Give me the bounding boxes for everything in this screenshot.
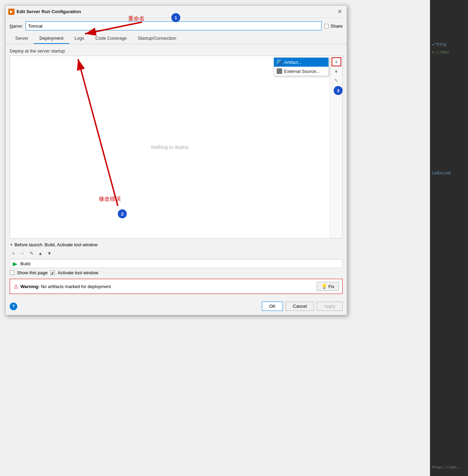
share-area: Share	[324, 23, 343, 29]
deploy-sidebar: + Artifact... External Source... ▼	[330, 56, 342, 238]
external-source-menu-item[interactable]: External Source...	[274, 67, 328, 76]
badge-2: 2	[118, 209, 127, 218]
show-page-row: Show this page ✓ Activate tool window	[10, 270, 343, 275]
bg-code-line1: ="http	[430, 0, 468, 48]
deploy-at-startup-label: Deploy at the server startup	[10, 48, 343, 54]
fix-error-annotation: 修改错误	[99, 196, 121, 203]
warning-strong: Warning:	[20, 284, 40, 289]
show-page-checkbox[interactable]	[10, 270, 14, 275]
bg-url: https://conn...	[430, 465, 468, 469]
deploy-panel: Nothing to deploy + Artifact... Externa	[10, 56, 343, 239]
bottom-row: ? OK Cancel Apply	[6, 298, 347, 315]
warning-bar: ⚠ Warning: No artifacts marked for deplo…	[10, 279, 343, 294]
launch-down-button[interactable]: ▼	[46, 249, 53, 257]
add-button-container: + Artifact... External Source...	[332, 57, 341, 66]
edit-server-dialog: ▶ Edit Server Run Configuration ✕ Name: …	[5, 5, 347, 315]
build-icon	[13, 261, 18, 266]
nothing-to-deploy-text: Nothing to deploy	[151, 144, 189, 150]
launch-toolbar: + − ✎ ▲ ▼	[10, 249, 343, 257]
deploy-main-area: Nothing to deploy	[10, 56, 330, 238]
warning-left: ⚠ Warning: No artifacts marked for deplo…	[13, 283, 111, 290]
artifact-icon	[277, 59, 282, 65]
warning-message: No artifacts marked for deployment	[41, 284, 111, 289]
main-content: Deploy at the server startup Nothing to …	[6, 44, 347, 298]
tabs-container: Server Deployment Logs Code Coverage Sta…	[6, 33, 347, 44]
artifact-label: Artifact...	[284, 60, 302, 65]
tab-server[interactable]: Server	[10, 33, 34, 44]
show-page-label: Show this page	[17, 270, 48, 275]
title-bar-left: ▶ Edit Server Run Configuration	[8, 9, 81, 15]
before-launch-header[interactable]: ▼ Before launch: Build, Activate tool wi…	[10, 242, 343, 247]
activate-window-checkbox[interactable]: ✓	[50, 270, 55, 275]
share-label: Share	[331, 23, 343, 29]
before-launch-section: ▼ Before launch: Build, Activate tool wi…	[10, 242, 343, 275]
warning-icon: ⚠	[13, 283, 18, 290]
move-down-button[interactable]: ▼	[332, 68, 341, 75]
edit-button[interactable]: ✎	[332, 77, 341, 84]
tab-code-coverage[interactable]: Code Coverage	[90, 33, 132, 44]
build-label: Build	[20, 261, 30, 266]
launch-edit-button[interactable]: ✎	[28, 249, 35, 257]
activate-window-label: Activate tool window	[58, 270, 98, 275]
badge-1: 1	[171, 13, 180, 22]
rename-annotation: 重命名	[128, 15, 145, 22]
warning-text: Warning: No artifacts marked for deploym…	[20, 284, 111, 289]
build-row: Build	[10, 259, 343, 268]
launch-remove-button[interactable]: −	[19, 249, 26, 257]
add-deployment-button[interactable]: +	[332, 57, 341, 66]
before-launch-label: Before launch: Build, Activate tool wind…	[15, 242, 98, 247]
dialog-title: Edit Server Run Configuration	[17, 9, 81, 14]
bg-code-line2: o://mav	[430, 48, 468, 56]
ok-button[interactable]: OK	[262, 302, 283, 311]
cancel-button[interactable]: Cancel	[286, 302, 314, 311]
badge-3: 3	[334, 86, 343, 95]
help-button[interactable]: ?	[10, 303, 17, 310]
launch-add-button[interactable]: +	[10, 249, 17, 257]
apply-button[interactable]: Apply	[317, 302, 343, 311]
add-dropdown-menu: Artifact... External Source...	[274, 57, 329, 76]
tab-deployment[interactable]: Deployment	[34, 33, 69, 44]
dialog-icon: ▶	[8, 9, 15, 15]
name-input[interactable]	[26, 21, 322, 30]
close-button[interactable]: ✕	[336, 8, 343, 16]
fix-button[interactable]: 💡 Fix	[317, 282, 339, 291]
bottom-buttons: OK Cancel Apply	[262, 302, 343, 311]
collapse-icon: ▼	[10, 243, 13, 247]
external-source-icon	[277, 68, 282, 74]
share-checkbox[interactable]	[324, 24, 329, 28]
name-label: Name:	[10, 23, 23, 29]
bulb-icon: 💡	[321, 284, 327, 289]
tab-startup-connection[interactable]: Startup/Connection	[132, 33, 182, 44]
fix-label: Fix	[328, 284, 334, 289]
external-source-label: External Source...	[284, 69, 320, 74]
launch-up-button[interactable]: ▲	[37, 249, 44, 257]
artifact-menu-item[interactable]: Artifact...	[274, 58, 328, 67]
tab-logs[interactable]: Logs	[69, 33, 90, 44]
bg-code-encode: ceEncod	[430, 56, 468, 175]
